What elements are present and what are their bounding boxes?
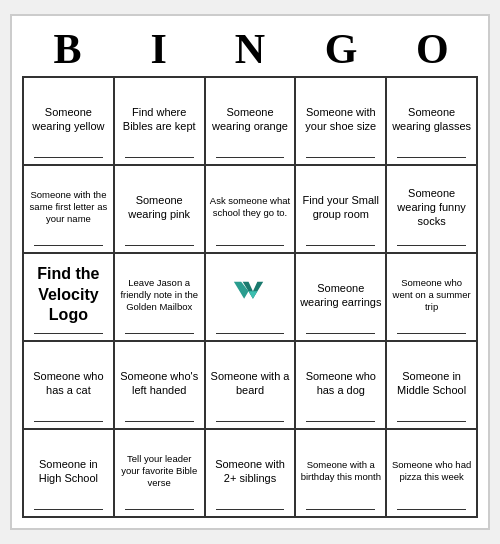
- cell-text-3: Someone with your shoe size: [299, 105, 382, 134]
- cell-text-9: Someone wearing funny socks: [390, 186, 473, 229]
- cell-underline-8: [306, 245, 375, 246]
- cell-text-11: Leave Jason a friendly note in the Golde…: [118, 277, 201, 314]
- cell-underline-6: [125, 245, 194, 246]
- cell-text-13: Someone wearing earrings: [299, 281, 382, 310]
- bingo-letter-i: I: [115, 26, 203, 72]
- cell-text-18: Someone who has a dog: [299, 369, 382, 398]
- bingo-cell-12: [206, 254, 297, 342]
- cell-underline-10: [34, 333, 103, 334]
- bingo-cell-9: Someone wearing funny socks: [387, 166, 478, 254]
- cell-underline-3: [306, 157, 375, 158]
- cell-underline-0: [34, 157, 103, 158]
- cell-underline-23: [306, 509, 375, 510]
- svg-marker-2: [249, 291, 258, 298]
- cell-underline-16: [125, 421, 194, 422]
- cell-underline-9: [397, 245, 466, 246]
- bingo-cell-8: Find your Small group room: [296, 166, 387, 254]
- cell-underline-7: [216, 245, 285, 246]
- bingo-cell-4: Someone wearing glasses: [387, 78, 478, 166]
- bingo-cell-2: Someone wearing orange: [206, 78, 297, 166]
- cell-underline-21: [125, 509, 194, 510]
- cell-underline-5: [34, 245, 103, 246]
- bingo-header: BINGO: [22, 26, 478, 72]
- velocity-chevron-icon: [228, 273, 272, 317]
- bingo-letter-n: N: [206, 26, 294, 72]
- cell-underline-20: [34, 509, 103, 510]
- cell-text-24: Someone who had pizza this week: [390, 459, 473, 484]
- cell-underline-19: [397, 421, 466, 422]
- bingo-cell-16: Someone who's left handed: [115, 342, 206, 430]
- cell-underline-11: [125, 333, 194, 334]
- cell-text-20: Someone in High School: [27, 457, 110, 486]
- bingo-card: BINGO Someone wearing yellowFind where B…: [10, 14, 490, 530]
- cell-underline-1: [125, 157, 194, 158]
- cell-text-19: Someone in Middle School: [390, 369, 473, 398]
- cell-underline-4: [397, 157, 466, 158]
- cell-underline-2: [216, 157, 285, 158]
- cell-text-21: Tell your leader your favorite Bible ver…: [118, 453, 201, 490]
- bingo-cell-15: Someone who has a cat: [24, 342, 115, 430]
- bingo-cell-1: Find where Bibles are kept: [115, 78, 206, 166]
- bingo-cell-6: Someone wearing pink: [115, 166, 206, 254]
- bingo-cell-14: Someone who went on a summer trip: [387, 254, 478, 342]
- bingo-letter-b: B: [24, 26, 112, 72]
- bingo-cell-10: Find the Velocity Logo: [24, 254, 115, 342]
- bingo-cell-7: Ask someone what school they go to.: [206, 166, 297, 254]
- bingo-letter-o: O: [388, 26, 476, 72]
- bingo-cell-0: Someone wearing yellow: [24, 78, 115, 166]
- cell-text-17: Someone with a beard: [209, 369, 292, 398]
- cell-text-5: Someone with the same first letter as yo…: [27, 189, 110, 226]
- bingo-cell-22: Someone with 2+ siblings: [206, 430, 297, 518]
- cell-underline-17: [216, 421, 285, 422]
- cell-text-14: Someone who went on a summer trip: [390, 277, 473, 314]
- cell-underline-18: [306, 421, 375, 422]
- bingo-letter-g: G: [297, 26, 385, 72]
- cell-underline-15: [34, 421, 103, 422]
- cell-underline-12: [216, 333, 285, 334]
- cell-underline-22: [216, 509, 285, 510]
- bingo-grid: Someone wearing yellowFind where Bibles …: [22, 76, 478, 518]
- cell-text-8: Find your Small group room: [299, 193, 382, 222]
- bingo-cell-11: Leave Jason a friendly note in the Golde…: [115, 254, 206, 342]
- cell-underline-13: [306, 333, 375, 334]
- bingo-cell-5: Someone with the same first letter as yo…: [24, 166, 115, 254]
- cell-text-0: Someone wearing yellow: [27, 105, 110, 134]
- cell-text-6: Someone wearing pink: [118, 193, 201, 222]
- velocity-logo-text: Find the Velocity Logo: [27, 264, 110, 326]
- bingo-cell-17: Someone with a beard: [206, 342, 297, 430]
- cell-text-4: Someone wearing glasses: [390, 105, 473, 134]
- cell-text-23: Someone with a birthday this month: [299, 459, 382, 484]
- bingo-cell-23: Someone with a birthday this month: [296, 430, 387, 518]
- bingo-cell-20: Someone in High School: [24, 430, 115, 518]
- bingo-cell-13: Someone wearing earrings: [296, 254, 387, 342]
- cell-underline-14: [397, 333, 466, 334]
- cell-text-7: Ask someone what school they go to.: [209, 195, 292, 220]
- bingo-cell-21: Tell your leader your favorite Bible ver…: [115, 430, 206, 518]
- bingo-cell-24: Someone who had pizza this week: [387, 430, 478, 518]
- cell-text-1: Find where Bibles are kept: [118, 105, 201, 134]
- cell-text-16: Someone who's left handed: [118, 369, 201, 398]
- bingo-cell-3: Someone with your shoe size: [296, 78, 387, 166]
- cell-text-22: Someone with 2+ siblings: [209, 457, 292, 486]
- cell-underline-24: [397, 509, 466, 510]
- bingo-cell-18: Someone who has a dog: [296, 342, 387, 430]
- cell-text-15: Someone who has a cat: [27, 369, 110, 398]
- bingo-cell-19: Someone in Middle School: [387, 342, 478, 430]
- cell-text-2: Someone wearing orange: [209, 105, 292, 134]
